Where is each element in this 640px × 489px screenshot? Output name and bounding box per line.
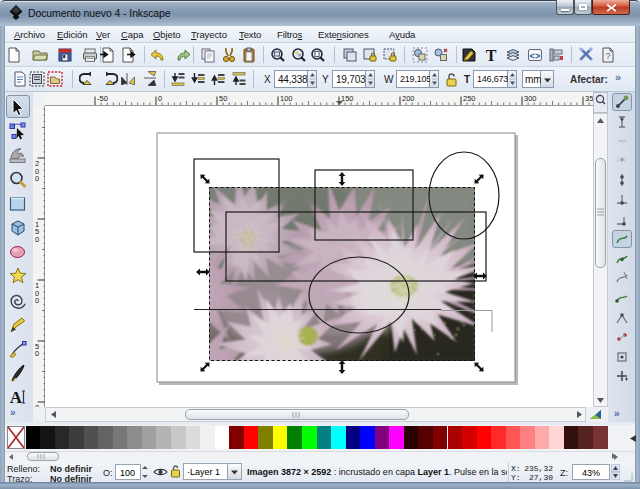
svg-text:0: 0 [35, 235, 39, 244]
svg-text:<>: <> [530, 52, 541, 62]
svg-text:0: 0 [35, 296, 39, 305]
svg-text:350: 350 [585, 94, 593, 103]
svg-text:100: 100 [280, 94, 293, 103]
svg-text:200: 200 [402, 94, 415, 103]
svg-text:300: 300 [524, 94, 537, 103]
svg-text:?: ? [605, 51, 610, 61]
svg-text:50: 50 [219, 94, 227, 103]
svg-text:T: T [486, 47, 497, 63]
svg-text:0: 0 [158, 94, 162, 103]
svg-text:0: 0 [35, 174, 39, 183]
svg-text:A: A [10, 388, 23, 407]
svg-text:150: 150 [341, 94, 354, 103]
svg-text:-50: -50 [97, 94, 108, 103]
svg-text:250: 250 [463, 94, 476, 103]
svg-text:0: 0 [35, 349, 39, 358]
